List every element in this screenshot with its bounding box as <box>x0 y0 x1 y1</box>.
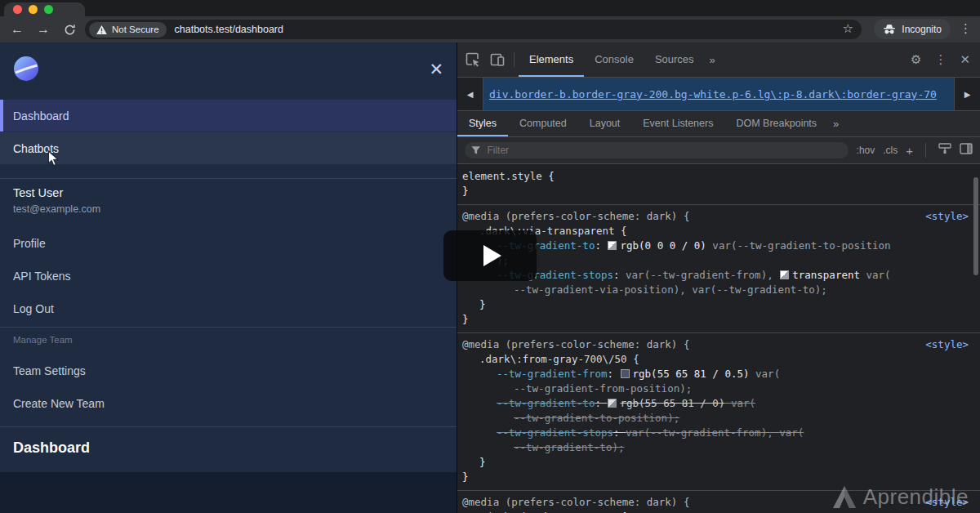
tab-dom-breakpoints[interactable]: DOM Breakpoints <box>724 111 828 136</box>
tab-computed[interactable]: Computed <box>508 111 578 136</box>
css-token: var( <box>724 397 755 409</box>
element-breadcrumb-bar: ◀ div.border-b.border-gray-200.bg-white.… <box>457 78 980 111</box>
menu-item-api-tokens[interactable]: API Tokens <box>13 270 71 283</box>
css-rules-pane: element.style {}<style>@media (prefers-c… <box>457 165 980 513</box>
devtools-close-button[interactable]: ✕ <box>953 52 977 67</box>
more-style-tabs-button[interactable]: » <box>828 118 844 130</box>
color-swatch[interactable] <box>780 270 789 279</box>
incognito-label: Incognito <box>902 24 942 35</box>
toolbar-separator <box>514 52 514 67</box>
inspect-element-button[interactable] <box>461 52 485 67</box>
breadcrumb[interactable]: div.border-b.border-gray-200.bg-white.p-… <box>489 88 937 100</box>
browser-menu-button[interactable]: ⋮ <box>960 21 972 36</box>
devtools-panel: Elements Console Sources » ⚙ ⋮ ✕ ◀ div.b… <box>457 42 980 513</box>
zoom-window-button[interactable] <box>44 5 53 14</box>
filter-box[interactable] <box>465 142 849 158</box>
minimize-window-button[interactable] <box>29 5 38 14</box>
sidebar-item-dashboard[interactable]: Dashboard <box>0 100 457 132</box>
bookmark-star-icon[interactable]: ☆ <box>843 21 853 36</box>
css-line[interactable]: .dark\:border-gray-700 { <box>457 510 980 513</box>
css-line[interactable]: element.style { <box>457 169 980 184</box>
device-toolbar-button[interactable] <box>485 52 510 67</box>
scrollbar-thumb[interactable] <box>973 177 978 275</box>
close-window-button[interactable] <box>13 5 22 14</box>
style-source-link[interactable]: <style> <box>925 495 969 510</box>
url-text[interactable]: chatbots.test/dashboard <box>175 24 283 35</box>
css-token: --tw-gradient-from-position); <box>514 382 692 395</box>
css-token: var( <box>750 368 781 380</box>
css-line[interactable]: --tw-gradient-to: rgb(55 65 81 / 0) var( <box>457 396 980 411</box>
color-swatch[interactable] <box>608 241 617 250</box>
styles-tab-bar: Styles Computed Layout Event Listeners D… <box>457 111 980 137</box>
incognito-icon <box>883 24 896 35</box>
menu-item-profile[interactable]: Profile <box>13 237 46 250</box>
devtools-settings-button[interactable]: ⚙ <box>904 52 928 67</box>
menu-item-team-settings[interactable]: Team Settings <box>13 364 86 377</box>
security-chip[interactable]: Not Secure <box>89 22 167 38</box>
css-rule-dark-from-gray-700-50: <style>@media (prefers-color-scheme: dar… <box>457 333 980 491</box>
css-line[interactable]: <style>@media (prefers-color-scheme: dar… <box>457 495 980 510</box>
rendering-emulation-button[interactable] <box>938 143 951 158</box>
tab-styles[interactable]: Styles <box>457 111 508 136</box>
filter-input[interactable] <box>485 144 841 157</box>
menu-item-create-new-team[interactable]: Create New Team <box>13 397 105 410</box>
toggle-element-state-button[interactable]: :hov <box>857 145 875 156</box>
tab-event-listeners[interactable]: Event Listeners <box>631 111 724 136</box>
reload-button[interactable] <box>59 22 80 42</box>
forward-button[interactable]: → <box>33 20 54 39</box>
css-token: @media (prefers-color-scheme: dark) { <box>462 496 689 508</box>
css-token: rgb(0 0 0 / 0) <box>620 239 706 252</box>
css-token: } <box>462 471 469 483</box>
css-token: --tw-gradient-from <box>497 368 607 380</box>
css-line[interactable]: .dark\:from-gray-700\/50 { <box>457 352 980 367</box>
css-line[interactable]: --tw-gradient-via-position), var(--tw-gr… <box>457 283 980 297</box>
css-line[interactable]: --tw-gradient-to); <box>457 440 980 455</box>
css-line[interactable]: --tw-gradient-from: rgb(55 65 81 / 0.5) … <box>457 367 980 381</box>
css-line[interactable]: <style>@media (prefers-color-scheme: dar… <box>457 337 980 352</box>
css-line[interactable]: } <box>457 312 980 327</box>
css-token: --tw-gradient-stops <box>497 426 613 439</box>
sidebar-item-chatbots[interactable]: Chatbots <box>0 132 457 164</box>
user-name: Test User <box>13 186 63 199</box>
style-source-link[interactable]: <style> <box>925 337 969 352</box>
breadcrumb-scroll-right-button[interactable]: ▶ <box>954 78 980 110</box>
css-line[interactable]: <style>@media (prefers-color-scheme: dar… <box>457 209 980 224</box>
tab-console[interactable]: Console <box>584 42 644 77</box>
css-token: } <box>479 456 486 468</box>
selected-element-highlight[interactable]: div.border-b.border-gray-200.bg-white.p-… <box>483 78 954 110</box>
css-token: --tw-gradient-to <box>497 397 595 409</box>
tab-sources[interactable]: Sources <box>644 42 705 77</box>
address-bar[interactable]: Not Secure chatbots.test/dashboard ☆ <box>85 20 862 39</box>
css-token: --tw-gradient-to-position); <box>514 412 679 424</box>
tab-elements[interactable]: Elements <box>519 42 584 77</box>
back-button[interactable]: ← <box>7 20 28 39</box>
devtools-menu-button[interactable]: ⋮ <box>928 52 953 67</box>
show-computed-sidebar-button[interactable] <box>960 143 973 158</box>
more-tabs-button[interactable]: » <box>705 54 720 66</box>
app-logo[interactable] <box>13 56 39 82</box>
breadcrumb-scroll-left-button[interactable]: ◀ <box>457 78 483 110</box>
css-line[interactable]: --tw-gradient-to-position); <box>457 411 980 426</box>
css-line[interactable]: } <box>457 455 980 470</box>
close-menu-button[interactable]: ✕ <box>429 60 443 78</box>
css-line[interactable]: } <box>457 470 980 484</box>
user-email: test@example.com <box>13 203 100 215</box>
toggle-classes-button[interactable]: .cls <box>883 145 898 156</box>
color-swatch[interactable] <box>621 369 630 378</box>
style-source-link[interactable]: <style> <box>925 209 969 224</box>
color-swatch[interactable] <box>608 399 617 408</box>
css-token: rgb(55 65 81 / 0) <box>620 397 724 409</box>
css-line[interactable]: --tw-gradient-from-position); <box>457 381 980 396</box>
new-style-rule-button[interactable]: + <box>906 144 913 158</box>
browser-tab[interactable] <box>4 2 85 16</box>
video-play-button[interactable] <box>443 230 537 281</box>
css-line[interactable]: } <box>457 297 980 312</box>
tab-layout[interactable]: Layout <box>578 111 632 136</box>
menu-item-log-out[interactable]: Log Out <box>13 302 54 315</box>
security-label: Not Secure <box>112 25 159 34</box>
css-token: element.style <box>462 170 542 182</box>
css-line[interactable]: --tw-gradient-stops: var(--tw-gradient-f… <box>457 426 980 440</box>
menu-divider <box>0 327 457 328</box>
css-line[interactable]: } <box>457 184 980 199</box>
css-token: @media (prefers-color-scheme: dark) { <box>462 338 689 350</box>
